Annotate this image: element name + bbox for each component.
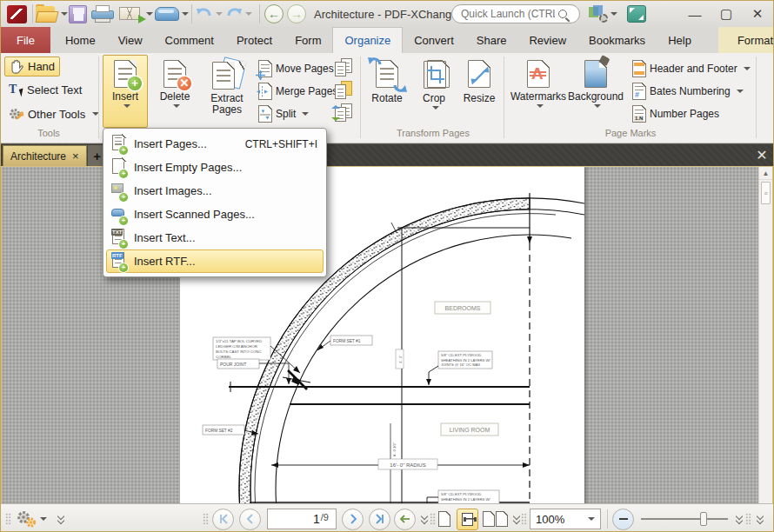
- minimize-button[interactable]: —: [683, 4, 707, 23]
- next-page-button[interactable]: [342, 509, 364, 530]
- tab-protect[interactable]: Protect: [225, 27, 284, 53]
- previous-page-button[interactable]: [239, 509, 261, 530]
- other-tools-button[interactable]: Other Tools: [4, 105, 103, 123]
- select-text-button[interactable]: T Select Text: [4, 81, 86, 98]
- zoom-slider[interactable]: [641, 518, 728, 520]
- view-history-expand-icon[interactable]: [420, 514, 429, 524]
- close-all-documents-icon[interactable]: ✕: [751, 144, 773, 166]
- header-footer-button[interactable]: Header and Footer: [632, 60, 751, 77]
- last-page-button[interactable]: [369, 509, 390, 530]
- app-logo-icon[interactable]: [7, 5, 27, 23]
- tab-share[interactable]: Share: [465, 27, 518, 53]
- watermarks-button[interactable]: A Watermarks: [510, 55, 566, 128]
- open-button[interactable]: [36, 1, 68, 27]
- background-dropdown-arrow[interactable]: [594, 104, 601, 108]
- vertical-scrollbar[interactable]: ▲ ≡: [758, 167, 772, 503]
- tab-format[interactable]: Format: [718, 27, 774, 53]
- scan-button[interactable]: [155, 1, 189, 27]
- status-options-dropdown-arrow[interactable]: [40, 517, 47, 521]
- watermarks-dropdown-arrow[interactable]: [537, 104, 544, 108]
- resize-button[interactable]: Resize: [457, 55, 502, 128]
- first-page-button[interactable]: [212, 509, 234, 530]
- tab-organize[interactable]: Organize: [332, 27, 403, 53]
- undo-button[interactable]: [196, 1, 223, 27]
- email-dropdown-arrow[interactable]: [146, 12, 153, 16]
- print-icon[interactable]: [91, 5, 114, 23]
- zoom-slider-thumb[interactable]: [700, 512, 707, 526]
- delete-button[interactable]: ✕ Delete: [152, 55, 197, 128]
- search-input[interactable]: [459, 7, 557, 21]
- tab-review[interactable]: Review: [517, 27, 577, 53]
- split-dropdown-arrow[interactable]: [302, 112, 309, 116]
- zoom-out-button[interactable]: [612, 509, 634, 530]
- insert-button[interactable]: + Insert: [103, 55, 148, 128]
- redo-dropdown-arrow[interactable]: [245, 12, 252, 16]
- expand-toolbar-icon[interactable]: [57, 514, 65, 524]
- toolbar-grip[interactable]: [521, 513, 527, 525]
- tab-home[interactable]: Home: [54, 27, 107, 53]
- open-dropdown-arrow[interactable]: [61, 12, 68, 16]
- move-pages-button[interactable]: Move Pages: [258, 60, 334, 77]
- tab-comment[interactable]: Comment: [154, 27, 225, 53]
- ui-options-button[interactable]: [589, 1, 617, 27]
- extract-pages-button[interactable]: Extract Pages: [202, 55, 252, 128]
- toolbar-grip[interactable]: [430, 513, 436, 525]
- menu-item-insert-text[interactable]: TXT+ Insert Text...: [106, 226, 324, 249]
- replace-pages-button[interactable]: [335, 81, 354, 100]
- layout-options-expand-icon[interactable]: [512, 514, 521, 524]
- bates-numbering-button[interactable]: # Bates Numbering: [632, 83, 744, 100]
- ui-options-dropdown-arrow[interactable]: [611, 12, 617, 16]
- status-options-button[interactable]: [15, 504, 47, 532]
- nav-back-button[interactable]: ←: [264, 4, 284, 23]
- number-pages-button[interactable]: 1.N Number Pages: [632, 105, 719, 123]
- document-tab-architecture[interactable]: Architecture ×: [3, 145, 87, 166]
- email-button[interactable]: [119, 1, 153, 27]
- scrollbar-thumb[interactable]: ≡: [761, 182, 771, 204]
- toolbar-grip[interactable]: [745, 513, 751, 525]
- statusbar-overflow-icon[interactable]: [756, 514, 764, 524]
- crop-dropdown-arrow[interactable]: [432, 106, 439, 110]
- toolbar-grip[interactable]: [203, 513, 209, 525]
- previous-view-button[interactable]: [394, 509, 416, 530]
- swap-pages-button[interactable]: [335, 103, 354, 123]
- menu-item-insert-pages[interactable]: + Insert Pages... CTRL+SHIFT+I: [106, 132, 324, 156]
- menu-item-insert-images[interactable]: + Insert Images...: [106, 179, 324, 203]
- undo-dropdown-arrow[interactable]: [216, 12, 223, 16]
- split-button[interactable]: Split: [258, 105, 309, 123]
- save-icon[interactable]: [69, 5, 87, 23]
- maximize-button[interactable]: ▢: [714, 4, 738, 23]
- tab-file[interactable]: File: [1, 27, 50, 53]
- single-page-layout-button[interactable]: [438, 511, 450, 527]
- scan-dropdown-arrow[interactable]: [182, 12, 189, 16]
- tab-help[interactable]: Help: [657, 27, 703, 53]
- tab-convert[interactable]: Convert: [403, 27, 465, 53]
- quick-launch-search[interactable]: [451, 4, 580, 23]
- redo-button[interactable]: [225, 1, 252, 27]
- background-button[interactable]: Background: [566, 55, 625, 128]
- tab-form[interactable]: Form: [284, 27, 332, 53]
- duplicate-pages-button[interactable]: [335, 58, 354, 77]
- header-footer-dropdown-arrow[interactable]: [744, 67, 751, 70]
- close-button[interactable]: ✕: [745, 4, 770, 23]
- rotate-button[interactable]: Rotate: [364, 55, 410, 128]
- fullscreen-icon[interactable]: [627, 5, 646, 23]
- delete-dropdown-arrow[interactable]: [173, 104, 180, 108]
- menu-item-insert-empty-pages[interactable]: + Insert Empty Pages...: [106, 156, 324, 179]
- zoom-options-expand-icon[interactable]: [735, 514, 744, 524]
- page-number-input[interactable]: 1 /9: [267, 509, 337, 529]
- fit-width-layout-button[interactable]: [457, 509, 478, 530]
- scroll-up-icon[interactable]: ▲: [759, 167, 772, 180]
- merge-pages-button[interactable]: Merge Pages: [258, 83, 337, 100]
- two-page-layout-button[interactable]: [483, 504, 508, 532]
- zoom-level-select[interactable]: 100%: [530, 509, 601, 529]
- crop-button[interactable]: Crop: [411, 55, 457, 128]
- menu-item-insert-rtf[interactable]: RTF+ Insert RTF...: [106, 249, 324, 273]
- toolbar-grip[interactable]: [5, 513, 11, 525]
- nav-forward-button[interactable]: →: [287, 4, 306, 23]
- insert-dropdown-arrow[interactable]: [123, 104, 130, 108]
- bates-numbering-dropdown-arrow[interactable]: [737, 90, 744, 93]
- document-tab-close-icon[interactable]: ×: [72, 150, 79, 163]
- hand-tool-button[interactable]: Hand: [4, 57, 60, 76]
- menu-item-insert-scanned-pages[interactable]: + Insert Scanned Pages...: [106, 203, 324, 226]
- tab-bookmarks[interactable]: Bookmarks: [577, 27, 657, 53]
